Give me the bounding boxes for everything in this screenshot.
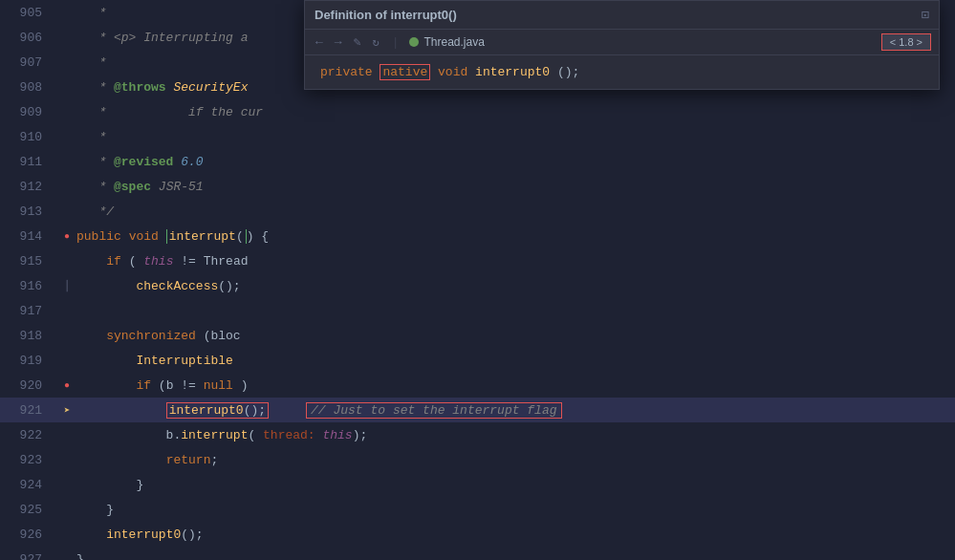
- line-number: 910: [0, 130, 57, 144]
- line-number: 916: [0, 279, 57, 293]
- line-number: 920: [0, 378, 57, 393]
- line-number: 919: [0, 354, 57, 368]
- code-line: 925 }: [0, 497, 955, 522]
- code-line: 926 interrupt0();: [0, 522, 955, 547]
- code-line: 909 * if the cur: [0, 99, 955, 124]
- code-line: 913 */: [0, 199, 955, 224]
- line-number: 908: [0, 80, 57, 95]
- line-number: 914: [0, 229, 57, 244]
- line-content: [76, 304, 936, 318]
- interrupt-method-highlight: interrupt(: [166, 229, 247, 244]
- line-content: Interruptible: [76, 354, 936, 368]
- popup-close-button[interactable]: ⊡: [922, 7, 929, 23]
- code-line: 922 b.interrupt( thread: this);: [0, 422, 955, 447]
- line-content: * @spec JSR-51: [76, 180, 936, 194]
- line-number: 909: [0, 105, 57, 119]
- code-line: 914 ● public void interrupt() {: [0, 224, 955, 248]
- back-button[interactable]: ←: [313, 34, 326, 51]
- line-content: if (b != null ): [76, 378, 936, 393]
- code-line: 911 * @revised 6.0: [0, 149, 955, 174]
- line-content: if ( this != Thread: [76, 254, 936, 269]
- popup-title: Definition of interrupt0(): [315, 8, 457, 22]
- code-line: 924 }: [0, 472, 955, 497]
- code-line: 915 if ( this != Thread: [0, 248, 955, 273]
- line-content: return;: [76, 453, 936, 467]
- code-line: 923 return;: [0, 447, 955, 472]
- line-gutter: │: [57, 280, 76, 291]
- line-content: */: [76, 205, 936, 219]
- line-content: *: [76, 130, 936, 144]
- version-badge[interactable]: < 1.8 >: [881, 33, 931, 51]
- line-gutter: ●: [57, 380, 76, 391]
- line-number: 911: [0, 155, 57, 169]
- line-gutter: ➤: [57, 404, 76, 417]
- line-content: b.interrupt( thread: this);: [76, 428, 936, 442]
- code-line: 919 Interruptible: [0, 348, 955, 373]
- file-type-indicator: [409, 37, 419, 47]
- line-number: 923: [0, 453, 57, 467]
- line-content: synchronized (bloc: [76, 329, 936, 343]
- comment-highlight: // Just to set the interrupt flag: [306, 402, 561, 419]
- line-content: }: [76, 552, 936, 561]
- native-keyword-highlight: native: [380, 64, 430, 80]
- line-content: interrupt0(); // Just to set the interru…: [76, 402, 936, 419]
- line-content: }: [76, 503, 936, 517]
- code-line: 912 * @spec JSR-51: [0, 174, 955, 199]
- interrupt0-call-highlight: interrupt0();: [166, 402, 269, 419]
- code-line: 917: [0, 298, 955, 323]
- popup-code: private native void interrupt0 ();: [305, 55, 939, 89]
- editor-container: 905 * 906 * <p> Interrupting a 907: [0, 0, 955, 560]
- line-content: * @revised 6.0: [76, 155, 936, 169]
- code-line: 920 ● if (b != null ): [0, 373, 955, 398]
- code-line: 918 synchronized (bloc: [0, 323, 955, 348]
- code-line-highlighted: 921 ➤ interrupt0(); // Just to set the i…: [0, 398, 955, 422]
- code-line: 927 }: [0, 547, 955, 560]
- line-content: }: [76, 478, 936, 492]
- line-content: interrupt0();: [76, 528, 936, 542]
- line-number: 921: [0, 403, 57, 418]
- file-tab-label: Thread.java: [424, 35, 485, 49]
- line-gutter: ●: [57, 231, 76, 242]
- popup-toolbar: ← → ✎ ↻ | Thread.java < 1.8 >: [305, 30, 939, 55]
- line-content: public void interrupt() {: [76, 229, 936, 244]
- line-content: checkAccess();: [76, 279, 936, 293]
- line-number: 926: [0, 528, 57, 542]
- definition-popup: Definition of interrupt0() ⊡ ← → ✎ ↻ | T…: [304, 0, 940, 90]
- refresh-button[interactable]: ↻: [369, 34, 381, 51]
- forward-button[interactable]: →: [332, 34, 345, 51]
- line-number: 918: [0, 329, 57, 343]
- line-number: 924: [0, 478, 57, 492]
- popup-title-bar: Definition of interrupt0() ⊡: [305, 1, 939, 30]
- line-content: * if the cur: [76, 105, 936, 119]
- line-number: 927: [0, 552, 57, 561]
- line-number: 913: [0, 205, 57, 219]
- line-number: 915: [0, 254, 57, 269]
- line-number: 905: [0, 6, 57, 20]
- line-number: 917: [0, 304, 57, 318]
- line-number: 925: [0, 503, 57, 517]
- code-line: 910 *: [0, 124, 955, 149]
- line-number: 922: [0, 428, 57, 442]
- code-line: 916 │ checkAccess();: [0, 273, 955, 298]
- line-number: 912: [0, 180, 57, 194]
- edit-button[interactable]: ✎: [351, 33, 364, 51]
- line-number: 907: [0, 55, 57, 70]
- line-number: 906: [0, 31, 57, 45]
